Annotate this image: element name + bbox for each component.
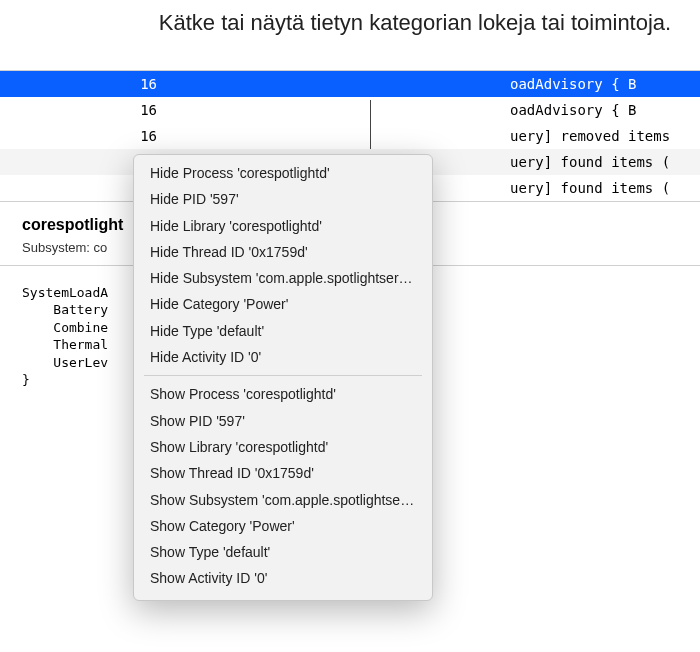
menu-show-pid[interactable]: Show PID '597': [134, 408, 432, 434]
log-gap: [165, 123, 510, 149]
help-caption: Kätke tai näytä tietyn kategorian lokeja…: [130, 0, 700, 42]
log-time: 16: [0, 97, 165, 123]
menu-separator: [144, 375, 422, 376]
menu-hide-subsystem[interactable]: Hide Subsystem 'com.apple.spotlightserve…: [134, 265, 432, 291]
menu-hide-pid[interactable]: Hide PID '597': [134, 186, 432, 212]
log-message: uery] found items (: [510, 149, 700, 175]
menu-show-process[interactable]: Show Process 'corespotlightd': [134, 381, 432, 407]
log-time: 16: [0, 71, 165, 97]
log-message: oadAdvisory { B: [510, 71, 700, 97]
log-row[interactable]: 16 uery] removed items: [0, 123, 700, 149]
log-message: uery] found items (: [510, 175, 700, 201]
menu-show-type[interactable]: Show Type 'default': [134, 539, 432, 565]
log-gap: [165, 97, 510, 123]
menu-hide-library[interactable]: Hide Library 'corespotlightd': [134, 213, 432, 239]
log-message: uery] removed items: [510, 123, 700, 149]
menu-show-library[interactable]: Show Library 'corespotlightd': [134, 434, 432, 460]
menu-show-subsystem[interactable]: Show Subsystem 'com.apple.spotlightserve…: [134, 487, 432, 513]
log-row[interactable]: 16 oadAdvisory { B: [0, 71, 700, 97]
menu-show-thread[interactable]: Show Thread ID '0x1759d': [134, 460, 432, 486]
log-message: oadAdvisory { B: [510, 97, 700, 123]
menu-show-activity[interactable]: Show Activity ID '0': [134, 565, 432, 591]
menu-hide-type[interactable]: Hide Type 'default': [134, 318, 432, 344]
log-gap: [165, 71, 510, 97]
menu-hide-activity[interactable]: Hide Activity ID '0': [134, 344, 432, 370]
context-menu: Hide Process 'corespotlightd' Hide PID '…: [133, 154, 433, 601]
menu-show-category[interactable]: Show Category 'Power': [134, 513, 432, 539]
log-time: 16: [0, 123, 165, 149]
menu-hide-thread[interactable]: Hide Thread ID '0x1759d': [134, 239, 432, 265]
menu-hide-category[interactable]: Hide Category 'Power': [134, 291, 432, 317]
log-row[interactable]: 16 oadAdvisory { B: [0, 97, 700, 123]
menu-hide-process[interactable]: Hide Process 'corespotlightd': [134, 160, 432, 186]
